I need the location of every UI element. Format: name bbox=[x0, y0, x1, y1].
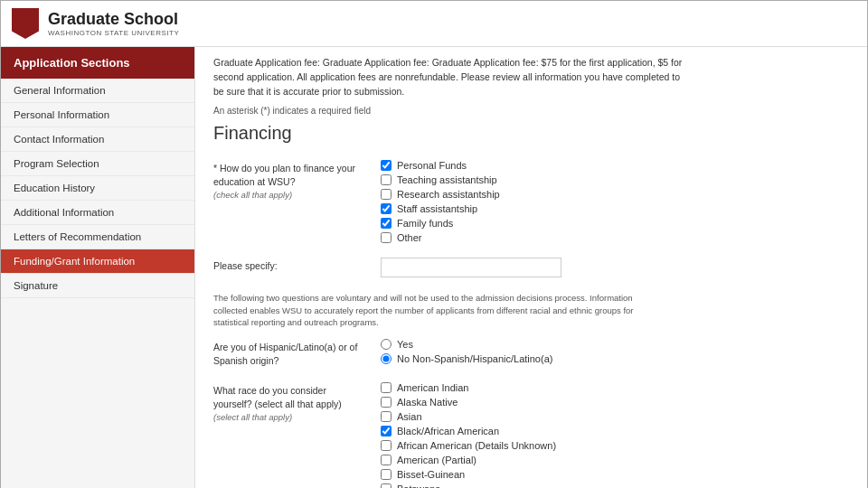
race-option-american-indian: American Indian bbox=[381, 382, 849, 393]
checkbox-american-partial[interactable] bbox=[381, 455, 392, 465]
financing-option-teaching: Teaching assistantship bbox=[381, 174, 849, 185]
financing-option-other: Other bbox=[381, 232, 849, 243]
label-batswana: Batswana bbox=[397, 483, 440, 488]
race-label-col: What race do you consider yourself? (sel… bbox=[213, 382, 363, 488]
race-row: What race do you consider yourself? (sel… bbox=[213, 382, 849, 488]
checkbox-teaching[interactable] bbox=[381, 174, 392, 185]
label-american-indian: American Indian bbox=[397, 382, 469, 393]
financing-question: * How do you plan to finance your educat… bbox=[213, 162, 363, 188]
hispanic-option-yes: Yes bbox=[381, 339, 849, 350]
specify-label-col: Please specify: bbox=[213, 258, 363, 277]
sidebar-item-general[interactable]: General Information bbox=[1, 79, 194, 103]
checkbox-other[interactable] bbox=[381, 232, 392, 243]
label-personal-funds: Personal Funds bbox=[397, 160, 467, 171]
label-family: Family funds bbox=[397, 218, 453, 229]
checkbox-research[interactable] bbox=[381, 189, 392, 200]
checkbox-family[interactable] bbox=[381, 218, 392, 229]
label-hispanic-yes: Yes bbox=[397, 339, 413, 350]
hispanic-row: Are you of Hispanic/Latino(a) or of Span… bbox=[213, 339, 849, 368]
race-option-batswana: Batswana bbox=[381, 483, 849, 488]
school-name: Graduate School bbox=[48, 10, 179, 30]
sidebar-header: Application Sections bbox=[1, 47, 194, 79]
university-name: Washington State University bbox=[48, 29, 179, 37]
race-option-black: Black/African American bbox=[381, 426, 849, 436]
sidebar-item-personal[interactable]: Personal Information bbox=[1, 103, 194, 127]
sidebar-item-education[interactable]: Education History bbox=[1, 176, 194, 201]
sidebar-title: Application Sections bbox=[14, 56, 130, 70]
checkbox-staff[interactable] bbox=[381, 203, 392, 214]
checkbox-batswana[interactable] bbox=[381, 483, 392, 488]
race-question: What race do you consider yourself? (sel… bbox=[213, 384, 363, 410]
specify-controls bbox=[381, 258, 849, 277]
required-note: An asterisk (*) indicates a required fie… bbox=[213, 106, 849, 116]
label-alaska-native: Alaska Native bbox=[397, 397, 458, 408]
race-note: (select all that apply) bbox=[213, 411, 363, 423]
content-area: Graduate Application fee: Graduate Appli… bbox=[195, 47, 867, 488]
sidebar-item-contact[interactable]: Contact Information bbox=[1, 127, 194, 152]
label-asian: Asian bbox=[397, 411, 422, 422]
specify-label: Please specify: bbox=[213, 260, 278, 271]
checkbox-personal-funds[interactable] bbox=[381, 160, 392, 171]
label-black: Black/African American bbox=[397, 426, 499, 436]
hispanic-label-col: Are you of Hispanic/Latino(a) or of Span… bbox=[213, 339, 363, 368]
radio-hispanic-yes[interactable] bbox=[381, 339, 392, 350]
race-option-alaska-native: Alaska Native bbox=[381, 397, 849, 408]
financing-row: * How do you plan to finance your educat… bbox=[213, 160, 849, 247]
checkbox-american-indian[interactable] bbox=[381, 382, 392, 393]
sidebar-item-funding[interactable]: Funding/Grant Information bbox=[1, 249, 194, 274]
specify-input[interactable] bbox=[381, 258, 561, 277]
label-teaching: Teaching assistantship bbox=[397, 174, 497, 185]
sidebar-item-letters[interactable]: Letters of Recommendation bbox=[1, 225, 194, 249]
race-section: What race do you consider yourself? (sel… bbox=[213, 382, 849, 488]
financing-label-col: * How do you plan to finance your educat… bbox=[213, 160, 363, 247]
hispanic-question: Are you of Hispanic/Latino(a) or of Span… bbox=[213, 342, 357, 366]
race-option-african-unknown: African American (Details Unknown) bbox=[381, 440, 849, 451]
main-content: Application Sections General Information… bbox=[1, 47, 867, 488]
label-research: Research assistantship bbox=[397, 189, 500, 200]
checkbox-african-unknown[interactable] bbox=[381, 440, 392, 451]
label-staff: Staff assistantship bbox=[397, 203, 477, 214]
financing-section: * How do you plan to finance your educat… bbox=[213, 160, 849, 277]
financing-option-personal: Personal Funds bbox=[381, 160, 849, 171]
financing-controls: Personal Funds Teaching assistantship Re… bbox=[381, 160, 849, 247]
financing-note: (check all that apply) bbox=[213, 189, 363, 201]
label-hispanic-no: No Non-Spanish/Hispanic/Latino(a) bbox=[397, 353, 552, 364]
race-option-bisset: Bisset-Guinean bbox=[381, 469, 849, 480]
financing-option-staff: Staff assistantship bbox=[381, 203, 849, 214]
label-african-unknown: African American (Details Unknown) bbox=[397, 440, 556, 451]
financing-option-research: Research assistantship bbox=[381, 189, 849, 200]
specify-row: Please specify: bbox=[213, 258, 849, 277]
sidebar: Application Sections General Information… bbox=[1, 47, 195, 488]
hispanic-controls: Yes No Non-Spanish/Hispanic/Latino(a) bbox=[381, 339, 849, 368]
race-option-asian: Asian bbox=[381, 411, 849, 422]
checkbox-asian[interactable] bbox=[381, 411, 392, 422]
hispanic-section: Are you of Hispanic/Latino(a) or of Span… bbox=[213, 339, 849, 368]
label-other: Other bbox=[397, 232, 422, 243]
label-bisset: Bisset-Guinean bbox=[397, 469, 465, 480]
radio-hispanic-no[interactable] bbox=[381, 353, 392, 364]
sidebar-item-signature[interactable]: Signature bbox=[1, 274, 194, 298]
label-american-partial: American (Partial) bbox=[397, 455, 476, 465]
sidebar-item-additional[interactable]: Additional Information bbox=[1, 201, 194, 225]
header-logo: Graduate School Washington State Univers… bbox=[12, 8, 179, 39]
wsu-shield-icon bbox=[12, 8, 39, 39]
logo-text: Graduate School Washington State Univers… bbox=[48, 10, 179, 38]
checkbox-black[interactable] bbox=[381, 426, 392, 436]
hispanic-option-no: No Non-Spanish/Hispanic/Latino(a) bbox=[381, 353, 849, 364]
race-option-american-partial: American (Partial) bbox=[381, 455, 849, 465]
page-wrapper: Graduate School Washington State Univers… bbox=[0, 0, 868, 488]
race-controls: American Indian Alaska Native Asian bbox=[381, 382, 849, 488]
financing-option-family: Family funds bbox=[381, 218, 849, 229]
intro-text: Graduate Application fee: Graduate Appli… bbox=[213, 56, 684, 99]
voluntary-note: The following two questions are voluntar… bbox=[213, 292, 656, 328]
checkbox-bisset[interactable] bbox=[381, 469, 392, 480]
checkbox-alaska-native[interactable] bbox=[381, 397, 392, 408]
section-title: Financing bbox=[213, 123, 849, 147]
sidebar-item-program[interactable]: Program Selection bbox=[1, 152, 194, 176]
header: Graduate School Washington State Univers… bbox=[1, 1, 867, 47]
